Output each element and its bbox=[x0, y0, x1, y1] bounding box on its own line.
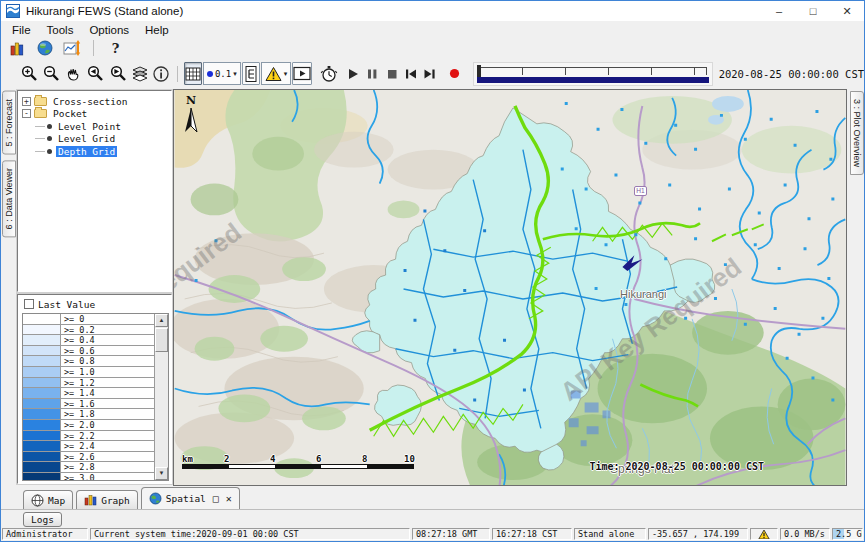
spatial-display-button[interactable] bbox=[34, 37, 55, 60]
pause-button[interactable] bbox=[363, 62, 381, 85]
tree-node-label[interactable]: Level Grid bbox=[56, 133, 117, 144]
north-arrow: N bbox=[180, 94, 202, 139]
folder-icon bbox=[34, 109, 47, 118]
legend-row[interactable]: >= 0.6 bbox=[23, 346, 154, 357]
spatial-tab-close-icon[interactable]: ✕ bbox=[226, 494, 232, 504]
animation-export-button[interactable] bbox=[292, 62, 312, 85]
legend-row[interactable]: >= 1.6 bbox=[23, 399, 154, 410]
legend-row[interactable]: >= 1.2 bbox=[23, 378, 154, 389]
pan-button[interactable] bbox=[63, 62, 83, 85]
tree-node-level-point[interactable]: Level Point bbox=[22, 120, 171, 133]
menu-help[interactable]: Help bbox=[138, 23, 176, 37]
map-panel[interactable]: API Key Required API Key Required N Hiku… bbox=[173, 89, 847, 486]
app-logo-icon bbox=[6, 4, 20, 18]
interval-dropdown[interactable]: 0.1 ▾ bbox=[203, 62, 241, 85]
legend-row-label: >= 2.4 bbox=[61, 441, 154, 451]
warning-icon bbox=[265, 66, 282, 82]
legend-row[interactable]: >= 0.4 bbox=[23, 335, 154, 346]
legend-row[interactable]: >= 1.0 bbox=[23, 367, 154, 378]
legend-row-label: >= 0 bbox=[61, 314, 154, 324]
tree-node-pocket[interactable]: - Pocket bbox=[22, 108, 171, 121]
grid-toggle-button[interactable] bbox=[184, 62, 202, 85]
status-warning-cell[interactable] bbox=[750, 528, 778, 540]
legend-row[interactable]: >= 0.8 bbox=[23, 356, 154, 367]
zoom-next-button[interactable] bbox=[107, 62, 129, 85]
legend-row-label: >= 1.4 bbox=[61, 388, 154, 398]
legend-swatch bbox=[23, 431, 61, 441]
menu-bar: File Tools Options Help bbox=[1, 21, 864, 38]
scroll-thumb[interactable] bbox=[155, 328, 168, 352]
tree-node-level-grid[interactable]: Level Grid bbox=[22, 133, 171, 146]
legend-row[interactable]: >= 2.4 bbox=[23, 441, 154, 452]
close-button[interactable]: ✕ bbox=[830, 1, 864, 21]
spatial-tab-maximize-icon[interactable]: □ bbox=[213, 494, 219, 504]
tab-map[interactable]: Map bbox=[23, 490, 73, 509]
zoom-out-button[interactable] bbox=[41, 62, 62, 85]
last-value-checkbox[interactable] bbox=[24, 299, 34, 309]
legend-toggle-button[interactable] bbox=[242, 62, 260, 85]
legend-row[interactable]: >= 3.0 bbox=[23, 473, 154, 481]
step-back-button[interactable] bbox=[402, 62, 420, 85]
legend-row[interactable]: >= 2.2 bbox=[23, 431, 154, 442]
record-button[interactable] bbox=[446, 62, 464, 85]
time-slider-track[interactable] bbox=[479, 67, 707, 75]
tree-node-depth-grid[interactable]: Depth Grid bbox=[22, 145, 171, 158]
legend-swatch bbox=[23, 399, 61, 409]
time-slider[interactable] bbox=[473, 62, 713, 86]
tree-node-label[interactable]: Pocket bbox=[51, 108, 89, 119]
zoom-previous-button[interactable] bbox=[84, 62, 106, 85]
maximize-button[interactable]: □ bbox=[796, 1, 830, 21]
place-label-hikurangi: Hikurangi bbox=[620, 288, 666, 300]
legend-row-label: >= 1.0 bbox=[61, 367, 154, 377]
scroll-down-button[interactable]: ▼ bbox=[155, 467, 168, 480]
layers-icon bbox=[131, 65, 149, 83]
data-explorer-button[interactable] bbox=[7, 37, 28, 60]
timeseries-display-button[interactable] bbox=[61, 37, 82, 60]
status-bar: Administrator Current system time:2020-0… bbox=[1, 528, 864, 541]
legend-scrollbar[interactable]: ▲ ▼ bbox=[154, 314, 168, 480]
menu-options[interactable]: Options bbox=[82, 23, 136, 37]
tab-forecast[interactable]: 5 : Forecast bbox=[2, 91, 16, 155]
scroll-up-button[interactable]: ▲ bbox=[155, 314, 168, 327]
tab-data-viewer[interactable]: 6 : Data Viewer bbox=[2, 160, 16, 237]
minimize-button[interactable]: – bbox=[762, 1, 796, 21]
animation-timer-button[interactable] bbox=[319, 62, 339, 85]
chevron-down-icon: ▾ bbox=[284, 70, 288, 78]
legend-swatch bbox=[23, 441, 61, 451]
help-button[interactable]: ? bbox=[105, 37, 126, 60]
chevron-down-icon: ▾ bbox=[233, 70, 237, 78]
expand-icon[interactable]: + bbox=[22, 97, 31, 106]
stopwatch-icon bbox=[320, 65, 338, 83]
legend-row[interactable]: >= 1.4 bbox=[23, 388, 154, 399]
tree-node-cross-section[interactable]: + Cross-section bbox=[22, 95, 171, 108]
legend-row[interactable]: >= 0.2 bbox=[23, 325, 154, 336]
legend-row[interactable]: >= 1.8 bbox=[23, 409, 154, 420]
menu-file[interactable]: File bbox=[5, 23, 38, 37]
legend-row[interactable]: >= 2.6 bbox=[23, 452, 154, 463]
legend-swatch bbox=[23, 388, 61, 398]
layers-button[interactable] bbox=[130, 62, 150, 85]
record-icon bbox=[448, 67, 461, 80]
map-toolbar: 0.1 ▾ ▾ bbox=[1, 58, 864, 89]
zoom-in-button[interactable] bbox=[19, 62, 40, 85]
legend-row[interactable]: >= 0 bbox=[23, 314, 154, 325]
tab-plot-overview[interactable]: 3 : Plot Overview bbox=[850, 91, 864, 175]
tree-node-label[interactable]: Cross-section bbox=[51, 96, 129, 107]
logs-button[interactable]: Logs bbox=[23, 512, 62, 527]
tree-node-label-selected[interactable]: Depth Grid bbox=[56, 146, 117, 157]
tab-graph[interactable]: Graph bbox=[76, 490, 138, 509]
warnings-dropdown[interactable]: ▾ bbox=[261, 62, 292, 85]
legend-row[interactable]: >= 2.8 bbox=[23, 462, 154, 473]
tab-spatial[interactable]: Spatial □ ✕ bbox=[141, 487, 240, 509]
step-forward-button[interactable] bbox=[421, 62, 439, 85]
toolbar-separator bbox=[177, 66, 178, 82]
map-canvas[interactable] bbox=[174, 90, 846, 486]
play-button[interactable] bbox=[344, 62, 362, 85]
info-button[interactable] bbox=[151, 62, 171, 85]
collapse-icon[interactable]: - bbox=[22, 109, 31, 118]
legend-row[interactable]: >= 2.0 bbox=[23, 420, 154, 431]
menu-tools[interactable]: Tools bbox=[40, 23, 81, 37]
tree-node-label[interactable]: Level Point bbox=[56, 121, 123, 132]
toolbar-separator bbox=[93, 40, 94, 56]
stop-button[interactable] bbox=[383, 62, 401, 85]
